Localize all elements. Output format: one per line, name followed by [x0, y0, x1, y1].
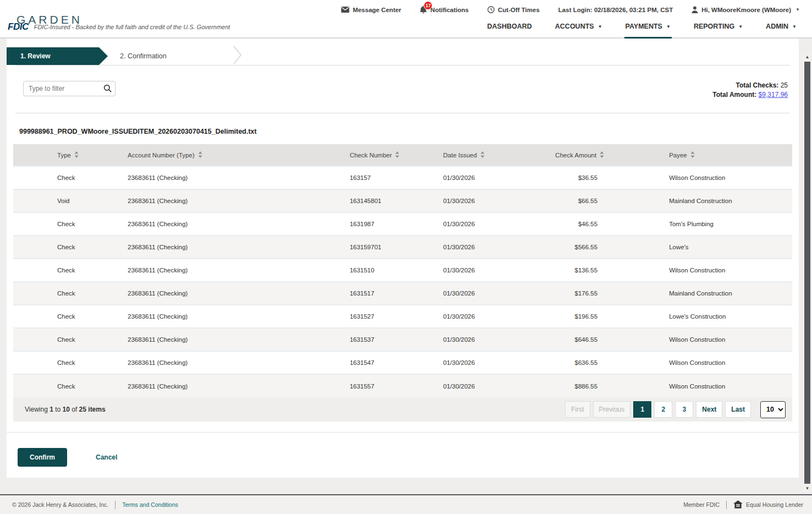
table-cell: 23683611 (Checking) [114, 189, 337, 212]
table-cell: 1631517 [337, 282, 430, 305]
table-cell: $886.55 [535, 374, 656, 397]
person-icon [692, 6, 698, 13]
table-cell: 1631557 [337, 374, 430, 397]
scroll-down-icon[interactable]: ▼ [803, 484, 812, 493]
table-cell: 1631527 [337, 305, 430, 328]
total-amount-link[interactable]: $9,317.96 [759, 91, 788, 99]
table-cell: Wilson Construction [656, 351, 792, 374]
table-cell: Check [13, 259, 114, 282]
confirm-button[interactable]: Confirm [18, 448, 67, 467]
page-button-2[interactable]: 2 [654, 401, 672, 418]
user-menu[interactable]: Hi, WMooreKmoore (WMoore) ▼ [692, 6, 800, 13]
table-cell: 01/30/2026 [430, 212, 535, 236]
table-cell: Check [13, 328, 114, 351]
filter-input[interactable] [23, 81, 116, 96]
search-icon [103, 86, 112, 94]
column-header-check-number[interactable]: Check Number [337, 144, 430, 166]
message-center-link[interactable]: Message Center [341, 7, 401, 13]
table-cell: Check [13, 305, 114, 328]
nav-item-accounts[interactable]: ACCOUNTS ▼ [554, 17, 603, 39]
table-cell: 23683611 (Checking) [114, 351, 337, 374]
table-cell: Check [13, 351, 114, 374]
table-cell: 23683611 (Checking) [114, 282, 337, 305]
table-cell: 1631987 [337, 212, 430, 236]
total-amount: Total Amount: $9,317.96 [712, 90, 788, 100]
table-cell: Check [13, 374, 114, 397]
table-cell: $636.55 [535, 351, 656, 374]
table-cell: 23683611 (Checking) [114, 212, 337, 236]
column-header-account[interactable]: Account Number (Type) [114, 144, 337, 166]
totals-summary: Total Checks: 25 Total Amount: $9,317.96 [712, 81, 788, 100]
nav-item-reporting[interactable]: REPORTING ▼ [693, 17, 744, 39]
viewing-status: Viewing 1 to 10 of 25 items [25, 406, 106, 413]
page-size-select[interactable]: 10 [760, 401, 786, 418]
filter-box [23, 81, 116, 96]
table-cell: Check [13, 166, 114, 189]
table-cell: Lowe's [656, 236, 792, 259]
nav-item-dashboard[interactable]: DASHBOARD [486, 17, 533, 39]
wizard-step-confirmation: 2. Confirmation [108, 52, 196, 60]
table-cell: 01/30/2026 [430, 305, 535, 328]
scrollbar-thumb[interactable] [804, 62, 810, 484]
table-row: Check23683611 (Checking)16315970101/30/2… [13, 236, 792, 259]
table-cell: Check [13, 212, 114, 236]
table-cell: 01/30/2026 [430, 328, 535, 351]
file-name: 999988961_PROD_WMoore_ISSUEDITEM_2026020… [7, 113, 799, 144]
main-nav: DASHBOARD ACCOUNTS ▼ PAYMENTS ▼ REPORTIN… [486, 17, 812, 37]
scroll-up-icon[interactable]: ▲ [803, 53, 812, 61]
table-cell: Mainland Construction [656, 189, 792, 212]
table-cell: 01/30/2026 [430, 282, 535, 305]
divider [726, 501, 727, 509]
chevron-down-icon: ▼ [666, 24, 671, 29]
divider [115, 501, 116, 509]
table-row: Check23683611 (Checking)163153701/30/202… [13, 328, 792, 351]
table-cell: 01/30/2026 [430, 236, 535, 259]
table-cell: Wilson Construction [656, 374, 792, 397]
table-cell: 01/30/2026 [430, 189, 535, 212]
table-cell: 01/30/2026 [430, 351, 535, 374]
page-button-1[interactable]: 1 [633, 401, 651, 418]
member-fdic-text: Member FDIC [683, 501, 720, 508]
nav-item-admin[interactable]: ADMIN ▼ [765, 17, 798, 39]
search-button[interactable] [103, 84, 112, 94]
table-row: Check23683611 (Checking)163151701/30/202… [13, 282, 792, 305]
pagination-bar: Viewing 1 to 10 of 25 items First Previo… [13, 397, 792, 422]
table-cell: 23683611 (Checking) [114, 328, 337, 351]
pager-controls: First Previous 1 2 3 Next Last 10 [565, 401, 786, 418]
wizard-step-review: 1. Review [7, 47, 108, 65]
table-cell: 23683611 (Checking) [114, 374, 337, 397]
terms-link[interactable]: Terms and Conditions [122, 501, 178, 508]
page-button-3[interactable]: 3 [675, 401, 693, 418]
table-row: Check23683611 (Checking)16315701/30/2026… [13, 166, 792, 189]
table-row: Check23683611 (Checking)163155701/30/202… [13, 374, 792, 397]
nav-item-payments[interactable]: PAYMENTS ▼ [624, 17, 672, 39]
chevron-down-icon: ▼ [738, 24, 743, 29]
table-cell: 23683611 (Checking) [114, 166, 337, 189]
table-body: Check23683611 (Checking)16315701/30/2026… [13, 166, 792, 397]
cancel-button[interactable]: Cancel [96, 453, 117, 461]
first-page-button[interactable]: First [565, 401, 590, 418]
previous-page-button[interactable]: Previous [593, 401, 631, 418]
column-header-date-issued[interactable]: Date Issued [430, 144, 535, 166]
chevron-down-icon: ▼ [598, 24, 602, 29]
column-header-type[interactable]: Type [13, 144, 114, 166]
notifications-label: Notifications [430, 7, 469, 13]
vertical-scrollbar[interactable]: ▲ ▼ [803, 53, 812, 493]
cutoff-times-link[interactable]: Cut-Off Times [487, 6, 540, 13]
equal-housing-icon [733, 500, 743, 510]
table-cell: 163159701 [337, 236, 430, 259]
last-page-button[interactable]: Last [725, 401, 751, 418]
table-cell: 01/30/2026 [430, 259, 535, 282]
table-cell: 23683611 (Checking) [114, 236, 337, 259]
next-page-button[interactable]: Next [696, 401, 722, 418]
column-header-payee[interactable]: Payee [656, 144, 792, 166]
action-bar: Confirm Cancel [7, 432, 799, 467]
app-header: GARDEN Message Center 17 Notifications C… [0, 0, 812, 39]
table-cell: $46.55 [535, 212, 656, 236]
sort-icon [600, 151, 604, 159]
total-checks: Total Checks: 25 [712, 81, 788, 90]
column-header-check-amount[interactable]: Check Amount [535, 144, 656, 166]
table-cell: Tom's Plumbing [656, 212, 792, 236]
notifications-link[interactable]: 17 Notifications [420, 6, 469, 14]
table-cell: Void [13, 189, 114, 212]
